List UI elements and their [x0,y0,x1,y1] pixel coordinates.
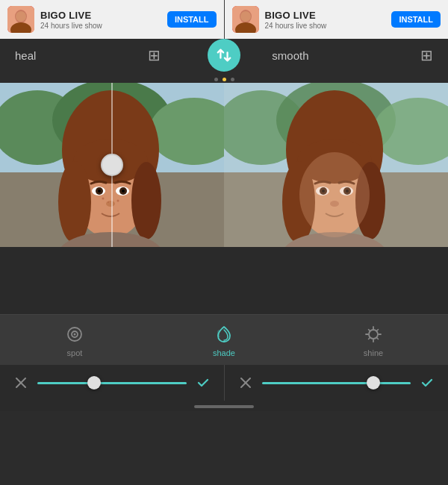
dark-spacer [0,247,448,314]
svg-point-3 [16,11,26,22]
ad-banner-left[interactable]: BIGO LIVE 24 hours live show INSTALL [0,0,224,39]
toolbar: heal ⊞ smooth ⊞ [0,39,448,72]
svg-point-17 [58,161,91,243]
image-right [224,83,448,247]
ad-avatar-right [232,6,259,33]
tool-item-spot[interactable]: spot [0,324,149,357]
tool-item-shine[interactable]: shine [299,324,448,357]
shade-label: shade [213,348,235,357]
svg-point-18 [131,162,161,240]
dot-2-active [223,78,226,81]
bottom-tools-panel: spot shade [0,314,448,365]
right-image-bg [224,83,448,247]
dot-1 [214,78,218,81]
heal-label: heal [15,49,36,62]
smooth-label: smooth [272,49,308,62]
shade-icon [214,324,234,345]
cancel-button-right[interactable] [237,374,255,392]
image-left [0,83,224,247]
home-indicator [194,405,254,408]
shine-icon [363,324,384,345]
confirm-button-right[interactable] [418,374,436,392]
svg-point-7 [240,11,251,22]
slider-left[interactable] [37,382,187,384]
ad-install-button-left[interactable]: INSTALL [167,11,217,28]
svg-point-27 [102,198,105,200]
ad-avatar-left [7,6,34,33]
split-icon-left: ⊞ [148,46,161,64]
image-divider-handle[interactable] [101,154,123,176]
action-panel-right [225,365,449,401]
ad-text-left: BIGO LIVE 24 hours live show [40,10,161,30]
ad-subtitle-right: 24 hours live show [265,22,386,30]
ad-subtitle-left: 24 hours live show [40,22,161,30]
action-bar [0,365,448,401]
svg-point-52 [74,334,76,336]
dots-row [0,72,448,83]
home-indicator-area [0,401,448,411]
confirm-button-left[interactable] [194,374,212,392]
swap-fab-button[interactable] [208,39,240,72]
svg-line-58 [369,330,370,331]
image-comparison-area[interactable] [0,83,448,247]
ad-title-right: BIGO LIVE [265,10,386,21]
slider-thumb-right[interactable] [367,376,380,389]
svg-line-60 [376,330,378,331]
split-icon-right: ⊞ [420,46,433,64]
cancel-button-left[interactable] [12,374,30,392]
slider-thumb-left[interactable] [87,376,101,389]
dot-3 [231,78,234,81]
svg-line-59 [376,337,378,339]
action-panel-left [0,365,225,401]
ad-container: BIGO LIVE 24 hours live show INSTALL BIG… [0,0,448,39]
svg-point-28 [117,200,119,202]
tool-item-shade[interactable]: shade [149,324,299,357]
ad-text-right: BIGO LIVE 24 hours live show [265,10,386,30]
svg-point-49 [299,152,370,237]
svg-point-21 [98,190,101,193]
ad-title-left: BIGO LIVE [40,10,161,21]
ad-banner-right[interactable]: BIGO LIVE 24 hours live show INSTALL [225,0,449,39]
spot-label: spot [67,348,83,357]
svg-point-29 [108,201,109,203]
svg-line-61 [369,337,370,339]
ad-install-button-right[interactable]: INSTALL [391,11,441,28]
spot-icon [64,324,85,345]
svg-point-25 [106,201,115,207]
svg-point-24 [122,190,125,193]
swap-icon [216,47,232,63]
slider-right[interactable] [262,382,411,384]
shine-label: shine [364,348,383,357]
